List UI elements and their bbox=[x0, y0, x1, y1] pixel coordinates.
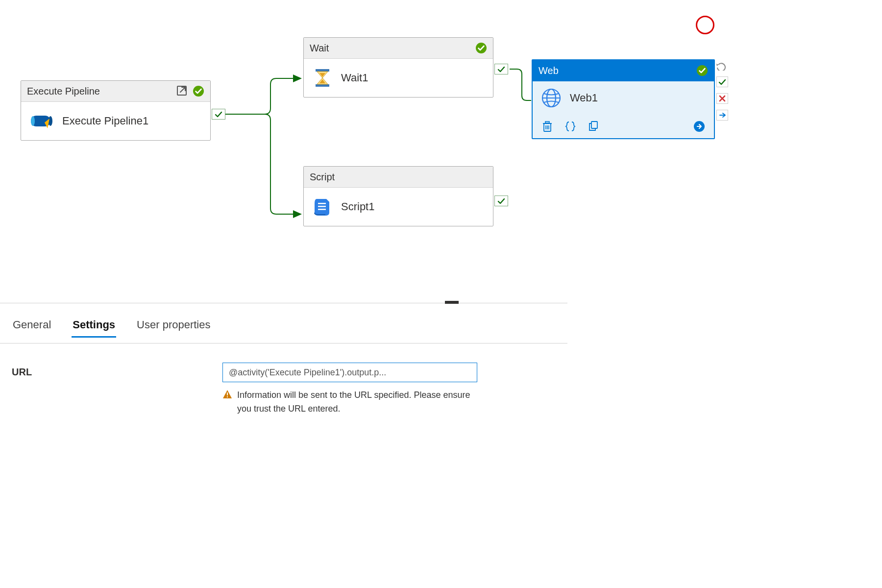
warning-icon bbox=[222, 389, 232, 403]
activity-name-label: Script1 bbox=[341, 200, 374, 213]
tab-general[interactable]: General bbox=[12, 314, 52, 338]
url-input[interactable] bbox=[222, 363, 477, 382]
pipeline-canvas[interactable]: Execute Pipeline Execute Pipeline1 Wait … bbox=[0, 0, 882, 304]
tabs-underline bbox=[0, 343, 567, 343]
panel-divider bbox=[0, 303, 567, 303]
url-label: URL bbox=[12, 363, 208, 378]
node-wait[interactable]: Wait Wait1 bbox=[303, 37, 493, 98]
output-port-success[interactable] bbox=[212, 109, 225, 120]
copy-button[interactable] bbox=[588, 121, 599, 132]
node-header-label: Wait bbox=[310, 43, 329, 54]
script-icon bbox=[313, 197, 332, 217]
status-success-icon bbox=[696, 65, 708, 76]
node-header-label: Script bbox=[310, 172, 335, 183]
node-script[interactable]: Script Script1 bbox=[303, 166, 493, 226]
output-port-success[interactable] bbox=[494, 64, 508, 74]
node-toolbar bbox=[533, 115, 714, 138]
settings-form: URL Information will be sent to the URL … bbox=[12, 363, 867, 416]
open-pipeline-icon[interactable] bbox=[176, 85, 189, 98]
node-execute-pipeline[interactable]: Execute Pipeline Execute Pipeline1 bbox=[21, 80, 211, 141]
delete-button[interactable] bbox=[541, 121, 552, 132]
status-success-icon bbox=[193, 85, 204, 97]
output-port-success[interactable] bbox=[494, 196, 508, 206]
node-web[interactable]: Web Web1 bbox=[532, 59, 715, 139]
node-header-label: Execute Pipeline bbox=[27, 86, 100, 97]
activity-name-label: Web1 bbox=[570, 92, 598, 104]
failure-connector-button[interactable] bbox=[716, 93, 728, 104]
panel-resize-handle[interactable] bbox=[445, 301, 459, 304]
activity-name-label: Wait1 bbox=[341, 72, 368, 84]
annotation-circle bbox=[696, 16, 714, 34]
node-header-label: Web bbox=[539, 65, 559, 76]
activity-name-label: Execute Pipeline1 bbox=[62, 115, 148, 127]
hourglass-icon bbox=[313, 68, 332, 88]
tab-settings[interactable]: Settings bbox=[72, 314, 116, 338]
completion-connector-button[interactable] bbox=[716, 110, 728, 121]
globe-icon bbox=[541, 88, 561, 108]
success-connector-button[interactable] bbox=[716, 76, 728, 87]
run-button[interactable] bbox=[693, 121, 705, 132]
pipeline-icon bbox=[30, 111, 53, 131]
status-success-icon bbox=[475, 42, 487, 54]
code-button[interactable] bbox=[565, 121, 576, 132]
properties-tabs: General Settings User properties bbox=[12, 314, 211, 338]
node-side-actions bbox=[716, 63, 728, 121]
rotate-icon[interactable] bbox=[716, 63, 728, 71]
tab-user-properties[interactable]: User properties bbox=[136, 314, 211, 338]
url-warning-text: Information will be sent to the URL spec… bbox=[237, 388, 477, 416]
